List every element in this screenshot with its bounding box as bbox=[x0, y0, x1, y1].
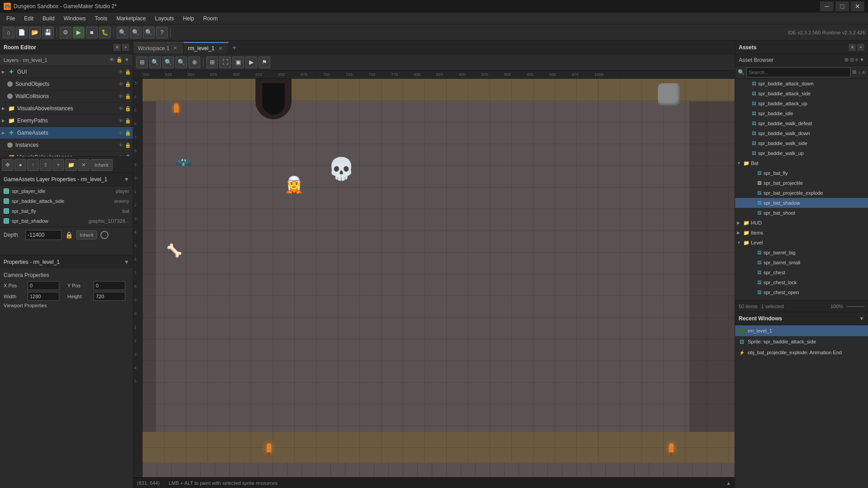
asset-spr-bat-projectile-explode[interactable]: 🖼 spr_bat_projectile_explode bbox=[735, 188, 868, 198]
save-button[interactable]: 💾 bbox=[42, 27, 54, 38]
layer-vab-expand[interactable]: ▶ bbox=[2, 106, 7, 111]
room-view-flag[interactable]: ⚑ bbox=[259, 56, 270, 68]
asset-spr-bat-fly[interactable]: 🖼 spr_bat_fly bbox=[735, 168, 868, 178]
tab-add-button[interactable]: + bbox=[229, 42, 241, 54]
layer-gameassets[interactable]: ▶ ✚ GameAssets 👁 🔒 bbox=[0, 127, 133, 139]
menu-file[interactable]: File bbox=[2, 14, 19, 23]
layers-chevron-icon[interactable]: ▼ bbox=[124, 57, 129, 63]
stop-button[interactable]: ■ bbox=[86, 27, 98, 38]
cam-height-input[interactable] bbox=[94, 292, 125, 301]
menu-edit[interactable]: Edit bbox=[19, 14, 38, 23]
asset-spr-chest-open[interactable]: 🖼 spr_chest_open bbox=[735, 287, 868, 297]
inst-bat-shadow[interactable]: spr_bat_shadow graphic_1D7328... bbox=[0, 216, 133, 226]
tab-workspace1[interactable]: Workspace 1 ✕ bbox=[133, 42, 184, 54]
asset-spr-bat-shadow[interactable]: 🖼 spr_bat_shadow bbox=[735, 198, 868, 208]
tab-rmlevel1[interactable]: rm_level_1 ✕ bbox=[184, 42, 229, 54]
inst-batshadow-checkbox[interactable] bbox=[4, 218, 9, 224]
menu-room[interactable]: Room bbox=[199, 14, 222, 23]
asset-spr-baddie-attack-up[interactable]: 🖼 spr_baddie_attack_up bbox=[735, 99, 868, 108]
new-button[interactable]: 📄 bbox=[16, 27, 28, 38]
layer-tool-select[interactable]: ✥ bbox=[2, 159, 14, 171]
zoom-in-button[interactable]: 🔍 bbox=[143, 27, 155, 38]
inst-batfly-checkbox[interactable] bbox=[4, 208, 9, 214]
zoom-out-button[interactable]: 🔍 bbox=[130, 27, 142, 38]
ab-filter-icon[interactable]: ⊞ bbox=[844, 57, 849, 63]
asset-spr-baddie-attack-side[interactable]: 🖼 spr_baddie_attack_side bbox=[735, 89, 868, 99]
layer-instances[interactable]: Instances 👁 🔒 bbox=[0, 139, 133, 151]
asset-spr-baddie-walk-down[interactable]: 🖼 spr_baddie_walk_down bbox=[735, 128, 868, 138]
room-view-grid[interactable]: ⊞ bbox=[206, 56, 218, 68]
search-input[interactable] bbox=[746, 67, 850, 77]
layer-gui[interactable]: ▶ ✚ GUI 👁 🔒 bbox=[0, 66, 133, 78]
layer-tool-parent[interactable]: ↑ bbox=[27, 159, 39, 171]
status-chevron[interactable]: ▲ bbox=[726, 480, 731, 486]
asset-spr-chest-lock[interactable]: 🖼 spr_chest_lock bbox=[735, 277, 868, 287]
asset-folder-hud[interactable]: ▶ 📁 HUD bbox=[735, 218, 868, 228]
layer-tool-plus[interactable]: + bbox=[52, 159, 64, 171]
room-view-play[interactable]: ▶ bbox=[245, 56, 257, 68]
asset-spr-baddie-walk-up[interactable]: 🖼 spr_baddie_walk_up bbox=[735, 148, 868, 158]
layer-ga-eye[interactable]: 👁 bbox=[118, 130, 123, 136]
layer-gui-lock[interactable]: 🔒 bbox=[125, 69, 131, 75]
rw-sprite-baddie[interactable]: 🖼 Sprite: spr_baddie_attack_side bbox=[735, 336, 868, 347]
grid-toggle[interactable]: ⊞ bbox=[136, 56, 148, 68]
hud-folder-expand[interactable]: ▶ bbox=[737, 221, 743, 225]
depth-input[interactable] bbox=[25, 230, 61, 240]
layer-inherit-button[interactable]: Inherit bbox=[90, 159, 113, 171]
depth-inherit-circle[interactable] bbox=[100, 231, 108, 239]
room-editor-add[interactable]: + bbox=[122, 44, 129, 51]
filter-icon[interactable]: ⊞ bbox=[852, 69, 856, 75]
asset-spr-baddie-walk-defeat[interactable]: 🖼 spr_baddie_walk_defeat bbox=[735, 118, 868, 128]
bat-folder-expand[interactable]: ▼ bbox=[737, 161, 743, 165]
menu-marketplace[interactable]: Marketplace bbox=[112, 14, 150, 23]
cam-ypos-input[interactable] bbox=[94, 281, 125, 290]
asset-spr-baddie-attack-down[interactable]: 🖼 spr_baddie_attack_down bbox=[735, 79, 868, 89]
cam-width-input[interactable] bbox=[28, 292, 59, 301]
rw-rm-level1[interactable]: rm_level_1 bbox=[735, 325, 868, 336]
room-view-window[interactable]: ▣ bbox=[232, 56, 244, 68]
layer-tool-circle[interactable]: ● bbox=[14, 159, 26, 171]
assets-add[interactable]: + bbox=[857, 44, 864, 51]
depth-lock-icon[interactable]: 🔒 bbox=[65, 231, 73, 239]
layer-vab[interactable]: ▶ 📁 VisualsAboveInstances 👁 🔒 bbox=[0, 103, 133, 115]
help-search-button[interactable]: ? bbox=[156, 27, 168, 38]
asset-folder-bat[interactable]: ▼ 📁 Bat bbox=[735, 158, 868, 168]
menu-windows[interactable]: Windows bbox=[59, 14, 90, 23]
zoom-fit[interactable]: 🔍 bbox=[162, 56, 174, 68]
inst-bat-fly[interactable]: spr_bat_fly bat bbox=[0, 206, 133, 216]
rw-obj-bat[interactable]: ⚡ obj_bat_projectile_explode: Animation … bbox=[735, 347, 868, 358]
level-folder-expand[interactable]: ▼ bbox=[737, 240, 743, 245]
asset-spr-baddie-walk-side[interactable]: 🖼 spr_baddie_walk_side bbox=[735, 138, 868, 148]
layer-inst-eye[interactable]: 👁 bbox=[118, 142, 123, 148]
assets-close[interactable]: ✕ bbox=[849, 44, 856, 51]
layer-so-eye[interactable]: 👁 bbox=[118, 81, 123, 87]
asset-spr-bat-shoot[interactable]: 🖼 spr_bat_shoot bbox=[735, 208, 868, 218]
open-button[interactable]: 📂 bbox=[29, 27, 41, 38]
layer-tool-add[interactable]: ⇧ bbox=[40, 159, 52, 171]
layer-soundobjects[interactable]: SoundObjects 👁 🔒 bbox=[0, 78, 133, 90]
layer-vab-eye[interactable]: 👁 bbox=[118, 106, 123, 111]
layer-ep-expand[interactable]: ▶ bbox=[2, 118, 7, 123]
ab-sort-icon[interactable]: ⊟ bbox=[850, 57, 854, 63]
ab-chevron-icon[interactable]: ▼ bbox=[859, 57, 864, 63]
asset-folder-items[interactable]: ▶ 📁 Items bbox=[735, 228, 868, 238]
debug-button[interactable]: 🐛 bbox=[99, 27, 111, 38]
layers-lock-icon[interactable]: 🔒 bbox=[116, 57, 123, 63]
layer-so-lock[interactable]: 🔒 bbox=[125, 81, 131, 87]
layer-vbi[interactable]: ▼ 📁 VisualsBelowInstances 👁 🔒 bbox=[0, 151, 133, 156]
cam-xpos-input[interactable] bbox=[28, 281, 59, 290]
inst-player-idle-checkbox[interactable] bbox=[4, 188, 9, 194]
settings-button[interactable]: ⚙ bbox=[60, 27, 71, 38]
layer-wc-eye[interactable]: 👁 bbox=[118, 94, 123, 99]
asset-spr-barrel-big[interactable]: 🖼 spr_barrel_big bbox=[735, 248, 868, 258]
menu-build[interactable]: Build bbox=[38, 14, 59, 23]
room-editor-close[interactable]: ✕ bbox=[113, 44, 121, 51]
tab-rmlevel1-close[interactable]: ✕ bbox=[217, 45, 224, 52]
minimize-button[interactable]: ─ bbox=[820, 1, 834, 11]
props-chevron[interactable]: ▼ bbox=[124, 259, 129, 265]
items-folder-expand[interactable]: ▶ bbox=[737, 230, 743, 235]
menu-layouts[interactable]: Layouts bbox=[151, 14, 179, 23]
home-button[interactable]: ⌂ bbox=[3, 27, 14, 38]
zoom-out-room[interactable]: 🔍 bbox=[149, 56, 161, 68]
rw-chevron[interactable]: ▼ bbox=[859, 315, 864, 322]
